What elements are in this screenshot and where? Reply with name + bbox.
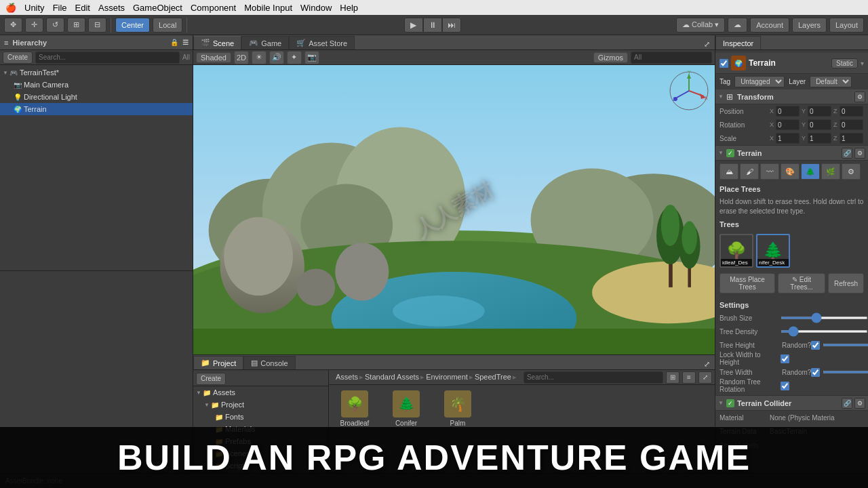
menu-component[interactable]: Component [191,3,236,13]
hierarchy-search-input[interactable] [35,52,180,64]
local-button[interactable]: Local [153,18,182,33]
tree-width-random-checkbox[interactable] [811,368,820,377]
transform-scale-tool[interactable]: ⊞ [67,18,85,33]
panel-resize-icon[interactable]: ⤢ [701,359,712,369]
tag-select[interactable]: Untagged [734,76,785,87]
tree-height-random-checkbox[interactable] [811,341,820,350]
collider-ref-btn[interactable]: 🔗 [842,398,852,409]
edit-trees-button[interactable]: ✎ Edit Trees... [778,273,825,293]
scene-search-input[interactable] [631,52,712,64]
terrain-header[interactable]: ▼ ✓ Terrain 🔗 ⚙ [715,146,868,161]
transform-hand-tool[interactable]: ✥ [4,18,22,33]
terrain-collider-header[interactable]: ▼ ✓ Terrain Collider 🔗 ⚙ [715,396,868,411]
terrain-tree-tool[interactable]: 🌲 [801,163,820,180]
object-active-checkbox[interactable] [719,59,728,68]
terrain-settings-btn[interactable]: ⚙ [854,148,865,159]
position-y-input[interactable] [808,106,831,117]
center-button[interactable]: Center [115,18,150,33]
shaded-button[interactable]: Shaded [196,52,231,63]
terrain-ref-btn[interactable]: 🔗 [842,148,852,159]
menu-gameobject[interactable]: GameObject [133,3,182,13]
tree-density-slider[interactable] [781,330,868,333]
project-icon-btn-1[interactable]: ⊞ [666,371,679,384]
terrain-checkbox[interactable]: ✓ [726,149,734,157]
tree-height-slider[interactable] [823,344,868,346]
menu-edit[interactable]: Edit [75,3,90,13]
hierarchy-item-directionallight[interactable]: 💡 Directional Light [0,91,193,103]
rotation-z-input[interactable] [840,119,863,130]
play-button[interactable]: ▶ [404,18,423,33]
project-icon-btn-3[interactable]: ⤢ [698,371,712,384]
audio-button[interactable]: 🔊 [269,51,284,64]
breadcrumb-standard[interactable]: Standard Assets [365,373,419,381]
project-item-assets[interactable]: ▼ 📁 Assets [193,386,328,399]
console-tab[interactable]: ▤ Console [243,356,295,369]
inspector-tab[interactable]: Inspector [715,36,761,49]
breadcrumb-environment[interactable]: Environment [426,373,468,381]
scale-y-input[interactable] [808,133,831,144]
rotation-y-input[interactable] [808,119,831,130]
terrain-smooth-tool[interactable]: 〰 [760,163,779,180]
hierarchy-item-maincamera[interactable]: 📷 Main Camera [0,79,193,91]
lighting-button[interactable]: ☀ [252,51,267,64]
effects-button[interactable]: ✦ [287,51,302,64]
account-button[interactable]: Account [750,18,789,33]
rotation-x-input[interactable] [776,119,800,130]
transform-rotate-tool[interactable]: ↺ [46,18,64,33]
collider-checkbox[interactable]: ✓ [726,399,734,407]
terrain-raise-tool[interactable]: ⛰ [719,163,738,180]
terrain-settings-tool[interactable]: ⚙ [842,163,861,180]
apple-menu[interactable]: 🍎 [5,3,16,13]
transform-rect-tool[interactable]: ⊟ [88,18,106,33]
breadcrumb-speedtree[interactable]: SpeedTree [475,373,511,381]
step-button[interactable]: ⏭ [442,18,461,33]
hierarchy-menu-icon[interactable]: ☰ [182,39,189,46]
2d-button[interactable]: 2D [234,51,249,64]
hierarchy-item-terraintest[interactable]: ▼ 🎮 TerrainTest* [0,66,193,79]
project-item-project[interactable]: ▼ 📁 Project [193,399,328,411]
static-badge[interactable]: Static [831,58,858,68]
position-z-input[interactable] [840,106,863,117]
pause-button[interactable]: ⏸ [423,18,442,33]
terrain-paint-tool[interactable]: 🖌 [740,163,759,180]
brush-size-slider[interactable] [781,317,868,319]
breadcrumb-assets[interactable]: Assets [336,373,358,381]
collider-settings-btn[interactable]: ⚙ [854,398,865,409]
hierarchy-lock-icon[interactable]: 🔒 [170,39,178,46]
layers-button[interactable]: Layers [792,18,827,33]
terrain-texture-tool[interactable]: 🎨 [781,163,800,180]
hierarchy-create-button[interactable]: Create [3,52,33,64]
scene-resize-icon[interactable]: ⤢ [701,39,712,49]
game-tab[interactable]: 🎮 Game [241,36,289,49]
random-rotation-checkbox[interactable] [781,382,789,390]
transform-move-tool[interactable]: ✛ [25,18,43,33]
transform-header[interactable]: ▼ ⊞ Transform ⚙ [715,89,868,104]
project-search-input[interactable] [524,371,663,384]
scale-x-input[interactable] [776,133,800,144]
scene-view[interactable]: Y X Z 人人素材 [193,65,715,354]
asset-store-tab[interactable]: 🛒 Asset Store [289,36,355,49]
menu-assets[interactable]: Assets [98,3,125,13]
position-x-input[interactable] [776,106,800,117]
static-dropdown-icon[interactable]: ▾ [861,60,864,67]
layer-select[interactable]: Default [810,76,852,87]
terrain-detail-tool[interactable]: 🌿 [821,163,840,180]
layout-button[interactable]: Layout [829,18,864,33]
project-tab[interactable]: 📁 Project [193,356,243,369]
collab-button[interactable]: ☁ Collab ▾ [676,18,725,33]
camera-button[interactable]: 📷 [304,51,319,64]
menu-file[interactable]: File [53,3,67,13]
scale-z-input[interactable] [840,133,863,144]
menu-unity[interactable]: Unity [24,3,45,13]
menu-window[interactable]: Window [300,3,332,13]
cloud-button[interactable]: ☁ [728,18,747,33]
menu-mobileinput[interactable]: Mobile Input [244,3,292,13]
file-item-palm[interactable]: 🌴 Palm [437,390,478,427]
menu-help[interactable]: Help [340,3,358,13]
refresh-button[interactable]: Refresh [828,273,864,293]
tree-thumb-2[interactable]: 🌲 nifer_Desk [756,234,790,268]
file-item-conifer[interactable]: 🌲 Conifer [386,390,427,427]
file-item-broadleaf[interactable]: 🌳 Broadleaf [334,390,375,427]
gizmos-button[interactable]: Gizmos [593,52,628,63]
tree-thumb-1[interactable]: 🌳 idleaf_Des [719,234,753,268]
